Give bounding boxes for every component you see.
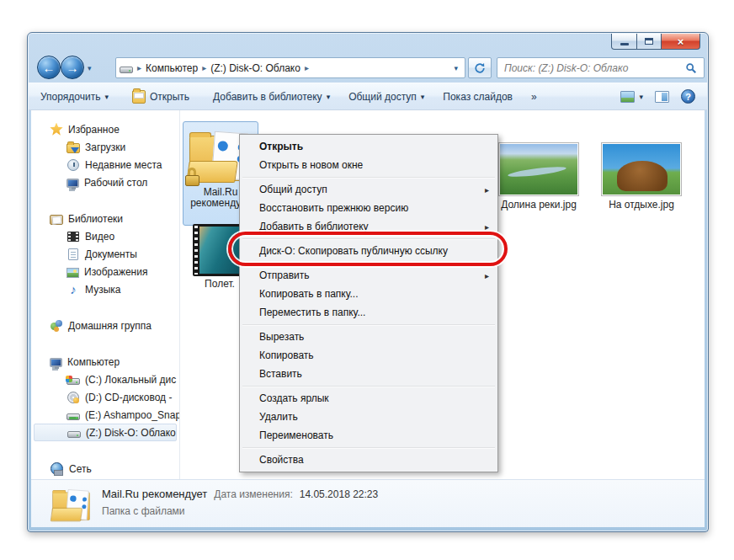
menu-item-open-new-window[interactable]: Открыть в новом окне (241, 156, 497, 174)
sidebar-item-videos[interactable]: Видео (31, 227, 179, 245)
preview-pane-button[interactable] (655, 91, 669, 103)
share-label: Общий доступ (348, 91, 417, 103)
sidebar-item-drive-d[interactable]: (D:) CD-дисковод - (31, 388, 179, 406)
sidebar-item-music[interactable]: ♪ Музыка (31, 280, 179, 298)
organize-label: Упорядочить (40, 91, 100, 103)
preview-pane-icon (655, 91, 669, 103)
libraries-icon (50, 215, 63, 225)
sidebar-item-homegroup[interactable]: Домашняя группа (31, 317, 179, 334)
sidebar-item-computer[interactable]: Компьютер (31, 353, 179, 371)
context-menu: Открыть Открыть в новом окне Общий досту… (239, 134, 498, 472)
toolbar-overflow-button[interactable]: » (531, 91, 537, 103)
image-tile-valley[interactable]: Долина реки.jpg (492, 142, 585, 211)
menu-item-restore-previous-version[interactable]: Восстановить прежнюю версию (241, 199, 497, 217)
breadcrumb-current-folder[interactable]: (Z:) Disk-O: Облако (210, 62, 301, 74)
menu-item-create-shortcut[interactable]: Создать ярлык (241, 389, 497, 408)
menu-separator (242, 177, 495, 178)
lock-icon (184, 168, 201, 186)
menu-item-share[interactable]: Общий доступ ▸ (241, 180, 497, 199)
search-input[interactable]: Поиск: (Z:) Disk-O: Облако (497, 57, 705, 78)
menu-item-copy[interactable]: Копировать (241, 346, 497, 365)
organize-button[interactable]: Упорядочить ▾ (40, 91, 109, 103)
menu-item-properties[interactable]: Свойства (241, 451, 497, 469)
sidebar-item-favorites[interactable]: Избранное (31, 120, 179, 138)
sidebar-item-drive-c[interactable]: (C:) Локальный дис (31, 371, 179, 388)
recent-pages-dropdown[interactable]: ▾ (88, 64, 92, 72)
sidebar-item-drive-z-selected[interactable]: (Z:) Disk-O: Облако (34, 424, 177, 441)
recent-places-icon (67, 159, 79, 171)
help-button[interactable]: ? (681, 89, 695, 104)
back-button[interactable]: ← (37, 56, 61, 79)
homegroup-icon (50, 319, 63, 333)
menu-item-send-to[interactable]: Отправить ▸ (241, 266, 497, 285)
search-placeholder: Поиск: (Z:) Disk-O: Облако (504, 62, 685, 74)
window-controls: × (611, 34, 700, 50)
sidebar-item-desktop[interactable]: Рабочий стол (31, 173, 179, 191)
sidebar-item-libraries[interactable]: Библиотеки (31, 210, 179, 227)
breadcrumb-computer[interactable]: Компьютер (146, 62, 198, 74)
menu-item-delete[interactable]: Удалить (241, 408, 497, 426)
navigation-bar: ← → ▾ ▸ Компьютер ▸ (Z:) Disk-O: Облако … (28, 53, 708, 83)
menu-item-add-to-library[interactable]: Добавить в библиотеку ▸ (241, 217, 497, 236)
menu-separator (242, 263, 495, 264)
local-disk-icon (66, 378, 80, 385)
sidebar-item-downloads[interactable]: Загрузки (31, 138, 179, 156)
maximize-button[interactable] (637, 34, 662, 50)
menu-separator (242, 386, 495, 387)
image-thumbnail (498, 142, 579, 196)
minimize-button[interactable] (611, 34, 637, 50)
mailru-cloud-logo-icon (217, 141, 228, 152)
menu-item-copy-to-folder[interactable]: Копировать в папку... (241, 285, 497, 303)
video-library-icon (67, 232, 79, 242)
chevron-down-icon: ▾ (327, 93, 331, 101)
details-date-value: 14.05.2018 22:23 (300, 488, 378, 500)
explorer-window: × ← → ▾ ▸ Компьютер ▸ (Z:) Disk-O: Облак… (27, 32, 709, 532)
drive-icon (120, 67, 133, 73)
network-drive-icon (66, 413, 80, 420)
image-name-label: Долина реки.jpg (492, 200, 585, 211)
menu-item-rename[interactable]: Переименовать (241, 426, 497, 445)
downloads-folder-icon (66, 143, 80, 153)
menu-item-open[interactable]: Открыть (241, 137, 497, 156)
sidebar-item-recent-places[interactable]: Недавние места (31, 156, 179, 173)
menu-item-disko-copy-public-link[interactable]: Диск-О: Скопировать публичную ссылку (241, 242, 497, 260)
menu-separator (242, 447, 495, 448)
change-view-button[interactable]: ▾ (620, 91, 643, 103)
address-dropdown-icon[interactable]: ▾ (450, 64, 461, 72)
music-note-icon: ♪ (66, 283, 80, 296)
image-tile-vacation[interactable]: На отдыхе.jpg (595, 142, 688, 211)
menu-item-move-to-folder[interactable]: Переместить в папку... (241, 303, 497, 322)
chevron-down-icon: ▾ (639, 93, 643, 101)
details-file-name: Mail.Ru рекомендует (102, 488, 207, 500)
network-icon (51, 462, 63, 475)
breadcrumb-separator-icon: ▸ (305, 63, 309, 72)
search-icon[interactable] (685, 62, 697, 74)
details-folder-icon (51, 486, 92, 522)
share-button[interactable]: Общий доступ ▾ (348, 91, 424, 103)
forward-button[interactable]: → (61, 56, 84, 79)
open-button[interactable]: Открыть (132, 90, 189, 104)
cloud-drive-icon (67, 431, 81, 438)
minimize-icon (620, 43, 629, 45)
back-arrow-icon: ← (43, 61, 56, 75)
sidebar-item-documents[interactable]: Документы (31, 245, 179, 263)
address-bar[interactable]: ▸ Компьютер ▸ (Z:) Disk-O: Облако ▸ ▾ (115, 57, 465, 78)
slideshow-button[interactable]: Показ слайдов (443, 91, 513, 103)
image-name-label: На отдыхе.jpg (595, 200, 688, 211)
sidebar-item-network[interactable]: Сеть (31, 460, 179, 477)
details-date-label: Дата изменения: (214, 488, 293, 500)
details-file-type: Папка с файлами (102, 505, 378, 517)
sidebar-item-pictures[interactable]: Изображения (31, 263, 179, 280)
breadcrumb-separator-icon: ▸ (202, 63, 206, 72)
close-button[interactable]: × (662, 34, 700, 50)
menu-item-paste[interactable]: Вставить (241, 365, 497, 383)
menu-item-cut[interactable]: Вырезать (241, 328, 497, 346)
close-icon: × (678, 36, 684, 47)
add-to-library-button[interactable]: Добавить в библиотеку ▾ (213, 91, 330, 103)
star-icon (50, 123, 63, 136)
sidebar-item-drive-e[interactable]: (E:) Ashampoo_Snap (31, 406, 179, 424)
chevron-down-icon: ▾ (104, 93, 109, 101)
refresh-button[interactable] (468, 57, 492, 78)
open-label: Открыть (150, 91, 189, 103)
navigation-pane: Избранное Загрузки Недавние места Рабочи… (31, 110, 180, 481)
